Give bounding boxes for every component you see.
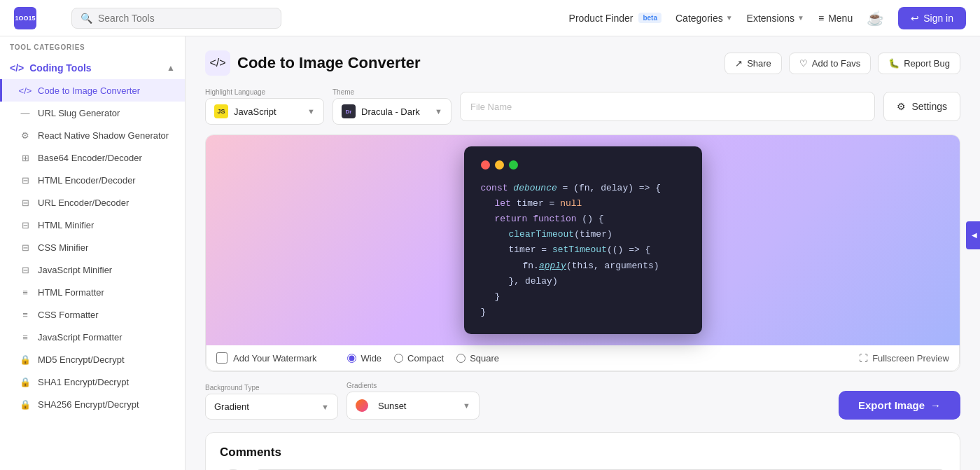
settings-button[interactable]: ⚙ Settings (883, 92, 960, 121)
gear-icon: ⚙ (20, 130, 31, 141)
share-button[interactable]: ↗ Share (724, 53, 782, 74)
gradients-select-group: Gradients Sunset ▼ (346, 382, 479, 420)
radio-compact-input[interactable] (394, 354, 403, 363)
filename-input[interactable]: File Name (460, 92, 875, 121)
bug-icon: 🐛 (888, 58, 899, 69)
sidebar-item-code-to-image[interactable]: </> Code to Image Converter (0, 79, 185, 102)
fullscreen-icon: ⛶ (859, 353, 868, 364)
sidebar-item-react-shadow[interactable]: ⚙ React Native Shadow Generator (0, 124, 185, 146)
html-fmt-icon: ≡ (20, 286, 31, 298)
menu-button[interactable]: ≡ Menu (818, 13, 853, 24)
sidebar-item-md5[interactable]: 🔒 MD5 Encrypt/Decrypt (0, 348, 185, 371)
hamburger-icon: ≡ (818, 13, 824, 24)
nav-right: Product Finder beta Categories ▼ Extensi… (569, 7, 966, 29)
chevron-down-icon: ▼ (321, 403, 329, 411)
lock-icon: 🔒 (20, 354, 31, 365)
chevron-down-icon: ▼ (463, 401, 470, 410)
language-select[interactable]: JS JavaScript ▼ (205, 98, 324, 125)
product-finder-link[interactable]: Product Finder beta (569, 13, 662, 24)
dot-yellow (495, 160, 504, 170)
settings-icon: ⚙ (897, 101, 906, 112)
logo-box: 1OO15 (14, 7, 36, 29)
add-to-favs-button[interactable]: ♡ Add to Favs (789, 53, 871, 74)
js-min-icon: ⊟ (20, 264, 31, 275)
link-icon: — (20, 107, 31, 118)
sidebar-section-coding[interactable]: </> Coding Tools ▲ (0, 55, 185, 79)
bg-type-select[interactable]: Gradient ▼ (205, 394, 338, 420)
sidebar-item-js-minifier[interactable]: ⊟ JavaScript Minifier (0, 258, 185, 281)
language-label: Highlight Language (205, 88, 324, 96)
code-line-2: let timer = null (481, 196, 685, 212)
chevron-down-icon: ▼ (797, 14, 804, 22)
sidebar-item-html-formatter[interactable]: ≡ HTML Formatter (0, 281, 185, 303)
lock2-icon: 🔒 (20, 376, 31, 387)
radio-compact[interactable]: Compact (394, 353, 444, 364)
sidebar-item-js-formatter[interactable]: ≡ JavaScript Formatter (0, 326, 185, 348)
page-title: Code to Image Converter (237, 54, 421, 72)
bg-type-select-group: Background Type Gradient ▼ (205, 384, 338, 420)
js-fmt-icon: ≡ (20, 331, 31, 343)
code-line-8: } (481, 289, 685, 305)
theme-label: Theme (332, 88, 451, 96)
signin-button[interactable]: ↩ Sign in (898, 7, 966, 29)
sidebar-section-title: </> Coding Tools (10, 62, 92, 74)
sidebar-item-base64[interactable]: ⊞ Base64 Encoder/Decoder (0, 146, 185, 169)
right-edge-tab[interactable]: ◀ (966, 221, 980, 249)
code-image-icon: </> (20, 85, 31, 96)
code-line-6: fn.apply(this, arguments) (481, 258, 685, 274)
page-actions: ↗ Share ♡ Add to Favs 🐛 Report Bug (724, 53, 960, 74)
arrow-right-icon: → (930, 399, 941, 411)
categories-link[interactable]: Categories ▼ (676, 13, 733, 24)
extensions-link[interactable]: Extensions ▼ (747, 13, 804, 24)
radio-wide[interactable]: Wide (347, 353, 382, 364)
sidebar-item-url-encoder[interactable]: ⊟ URL Encoder/Decoder (0, 191, 185, 214)
code-line-7: }, delay) (481, 274, 685, 289)
css-fmt-icon: ≡ (20, 309, 31, 320)
sidebar-item-css-minifier[interactable]: ⊟ CSS Minifier (0, 236, 185, 258)
theme-select[interactable]: Dr Dracula - Dark ▼ (332, 98, 451, 125)
logo[interactable]: 1OO15 (14, 7, 36, 29)
sidebar: TOOL CATEGORIES </> Coding Tools ▲ </> C… (0, 36, 186, 470)
sidebar-item-css-formatter[interactable]: ≡ CSS Formatter (0, 303, 185, 326)
window-dots (481, 160, 685, 170)
code-line-5: timer = setTimeout(() => { (481, 242, 685, 258)
chevron-down-icon: ▼ (726, 14, 733, 22)
page-header: </> Code to Image Converter ↗ Share ♡ Ad… (205, 50, 960, 76)
gradient-badge (356, 399, 368, 412)
share-icon: ↗ (735, 58, 743, 69)
sidebar-item-html-minifier[interactable]: ⊟ HTML Minifier (0, 214, 185, 236)
sidebar-item-html-encoder[interactable]: ⊟ HTML Encoder/Decoder (0, 169, 185, 191)
radio-wide-input[interactable] (347, 354, 356, 363)
filename-input-group: File Name (460, 92, 875, 121)
theme-badge: Dr (342, 104, 356, 118)
watermark-checkbox[interactable] (216, 352, 227, 364)
radio-square-input[interactable] (456, 354, 465, 363)
fullscreen-button[interactable]: ⛶ Fullscreen Preview (859, 353, 949, 364)
logo-text: 1OO15 (15, 15, 35, 22)
watermark-checkbox-label[interactable]: Add Your Watermark (216, 352, 316, 364)
coffee-icon[interactable]: ☕ (867, 10, 884, 27)
chevron-down-icon: ▼ (435, 107, 442, 116)
main-content: </> Code to Image Converter ↗ Share ♡ Ad… (186, 36, 980, 470)
sidebar-item-sha1[interactable]: 🔒 SHA1 Encrypt/Decrypt (0, 371, 185, 393)
dot-red (481, 160, 490, 170)
sidebar-item-url-slug[interactable]: — URL Slug Generator (0, 102, 185, 124)
signin-icon: ↩ (911, 13, 919, 24)
gradients-select[interactable]: Sunset ▼ (346, 392, 479, 420)
search-input[interactable] (98, 13, 272, 24)
radio-square[interactable]: Square (456, 353, 499, 364)
export-row: Background Type Gradient ▼ Gradients Sun… (205, 382, 960, 420)
bg-type-label: Background Type (205, 384, 338, 392)
css-min-icon: ⊟ (20, 242, 31, 253)
table-icon: ⊟ (20, 174, 31, 186)
report-bug-button[interactable]: 🐛 Report Bug (878, 53, 960, 74)
grid2-icon: ⊟ (20, 197, 31, 208)
comments-section: Comments 👤 (205, 432, 960, 470)
export-image-button[interactable]: Export Image → (839, 391, 960, 420)
js-badge: JS (214, 104, 228, 118)
dot-green (509, 160, 518, 170)
page-title-row: </> Code to Image Converter (205, 50, 421, 76)
tool-controls: Highlight Language JS JavaScript ▼ Theme… (205, 88, 960, 125)
search-bar-container[interactable]: 🔍 (71, 8, 281, 29)
sidebar-item-sha256[interactable]: 🔒 SHA256 Encrypt/Decrypt (0, 393, 185, 415)
